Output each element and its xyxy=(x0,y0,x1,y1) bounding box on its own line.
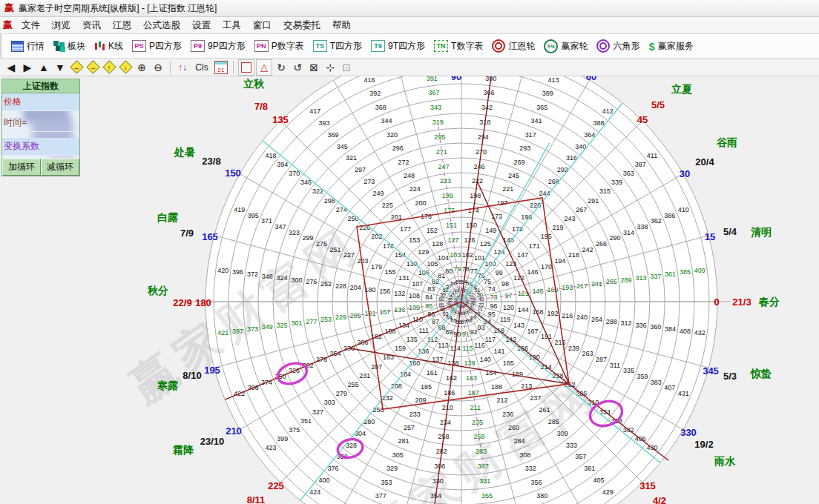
calendar-button[interactable]: 21 xyxy=(214,60,228,75)
9T四方形-button[interactable]: T99T四方形 xyxy=(366,36,430,56)
add-cycle-button[interactable]: 加循环 xyxy=(2,159,41,176)
江恩轮-button[interactable]: 江恩轮 xyxy=(487,36,539,56)
toolbar-label: P数字表 xyxy=(272,40,304,53)
nav-up-button[interactable]: ▲ xyxy=(36,60,51,75)
9P四方形-button[interactable]: P99P四方形 xyxy=(186,36,250,56)
window-title: 赢家老子时空周期系统[纵横版] - [上证指数 江恩轮] xyxy=(19,2,217,15)
square-icon xyxy=(241,62,251,73)
badge-ps-icon: PS xyxy=(132,40,146,52)
toolbar-label: T四方形 xyxy=(330,40,362,53)
hexagon-icon xyxy=(596,39,610,53)
toolbar-label: 赢家服务 xyxy=(658,40,694,53)
toolbar-label: 六角形 xyxy=(613,40,639,53)
menu-item-江恩[interactable]: 江恩 xyxy=(107,19,137,32)
screen-button[interactable]: ⊡ xyxy=(339,60,354,75)
title-bar: 赢 赢家老子时空周期系统[纵横版] - [上证指数 江恩轮] xyxy=(0,0,819,17)
pan-down-button[interactable]: ↓ xyxy=(118,60,133,75)
diamond-up-icon: ↑ xyxy=(102,60,116,73)
blocks-icon xyxy=(53,41,65,51)
badge-ts-icon: TS xyxy=(313,40,327,52)
toolbar-label: 江恩轮 xyxy=(508,40,535,53)
badge-pn-icon: PN xyxy=(254,40,269,52)
toolbar-label: 行情 xyxy=(27,40,45,53)
quote-grid-icon xyxy=(11,41,24,52)
P数字表-button[interactable]: PNP数字表 xyxy=(250,36,309,56)
toolbar-label: 板块 xyxy=(68,40,85,53)
menu-item-窗口[interactable]: 窗口 xyxy=(247,19,277,32)
menu-item-公式选股[interactable]: 公式选股 xyxy=(137,19,186,32)
nav-first-button[interactable]: ◀ xyxy=(4,60,19,75)
price-label: 价格 xyxy=(4,96,22,108)
diamond-left-icon: ← xyxy=(70,60,83,73)
sub-cycle-button[interactable]: 减循环 xyxy=(41,159,79,176)
kline-icon xyxy=(94,41,105,51)
gann-wheel-icon xyxy=(492,39,505,53)
zoom-in-button[interactable]: ⊕ xyxy=(134,60,149,75)
行情-button[interactable]: 行情 xyxy=(7,36,49,56)
menu-item-工具[interactable]: 工具 xyxy=(217,19,247,32)
toolbar-separator xyxy=(233,61,234,74)
app-logo-icon: 赢 xyxy=(3,19,13,32)
wheel-overlays xyxy=(0,76,819,504)
menu-item-帮助[interactable]: 帮助 xyxy=(326,19,357,32)
app-logo-icon: 赢 xyxy=(4,1,14,15)
toolbar-label: 赢家轮 xyxy=(561,40,588,53)
nav-down-button[interactable]: ▼ xyxy=(53,60,68,75)
updown-sort-button[interactable]: ↑↓ xyxy=(175,60,190,75)
menu-item-资讯[interactable]: 资讯 xyxy=(76,19,107,32)
rotate-ccw-button[interactable]: ↺ xyxy=(290,60,305,75)
draw-square-button[interactable] xyxy=(238,59,254,76)
time-label: 时间= xyxy=(4,116,27,129)
toolbar-label: 9T四方形 xyxy=(388,40,425,53)
coefficient-label: 变换系数 xyxy=(4,140,39,153)
toolbar-label: T数字表 xyxy=(451,40,483,53)
gann-wheel-chart[interactable]: 赢家财富网赢家财富网 12345678910111213141516171819… xyxy=(0,76,819,504)
menu-item-浏览[interactable]: 浏览 xyxy=(46,19,76,32)
赢家轮-button[interactable]: Big赢家轮 xyxy=(539,36,592,56)
winner-wheel-icon: Big xyxy=(544,39,558,53)
service-icon: $ xyxy=(648,40,654,53)
P四方形-button[interactable]: PSP四方形 xyxy=(128,36,186,56)
toolbar-label: P四方形 xyxy=(149,40,182,53)
nav-last-button[interactable]: ▶ xyxy=(20,60,35,75)
rotate-cw-button[interactable]: ↻ xyxy=(274,60,289,75)
badge-t9-icon: T9 xyxy=(371,40,385,52)
symbol-title: 上证指数 xyxy=(2,79,79,93)
menu-item-文件[interactable]: 文件 xyxy=(16,19,46,32)
K线-button[interactable]: K线 xyxy=(90,36,128,56)
menu-item-设置[interactable]: 设置 xyxy=(186,19,217,32)
T数字表-button[interactable]: TNT数字表 xyxy=(430,36,487,56)
badge-p9-icon: P9 xyxy=(191,40,205,52)
toolbar-separator xyxy=(170,61,171,74)
boxed-x-button[interactable]: ⊠ xyxy=(306,60,321,75)
T四方形-button[interactable]: TST四方形 xyxy=(309,36,366,56)
main-toolbar: 行情板块K线PSP四方形P99P四方形PNP数字表TST四方形T99T四方形TN… xyxy=(0,34,819,59)
quote-values: 价格 时间= 变换系数 xyxy=(2,93,79,159)
toolbar-label: K线 xyxy=(108,40,123,53)
badge-tn-icon: TN xyxy=(434,40,448,52)
diamond-right-icon: → xyxy=(86,60,99,73)
六角形-button[interactable]: 六角形 xyxy=(592,36,644,56)
drawing-toolbar: ◀ ▶ ▲ ▼ ← → ↑ ↓ ⊕ ⊖ ↑↓ Cls 21 △ ↻ ↺ ⊠ ⊹ … xyxy=(0,59,819,76)
draw-triangle-button[interactable]: △ xyxy=(256,59,272,76)
menu-bar: 赢 文件浏览资讯江恩公式选股设置工具窗口交易委托帮助 xyxy=(0,17,819,34)
cls-button[interactable]: Cls xyxy=(191,60,212,75)
赢家服务-button[interactable]: $赢家服务 xyxy=(644,36,697,56)
triangle-icon: △ xyxy=(260,62,268,73)
pan-up-button[interactable]: ↑ xyxy=(102,60,116,75)
quote-panel: 上证指数 价格 时间= 变换系数 加循环 减循环 xyxy=(1,79,80,176)
menu-item-交易委托[interactable]: 交易委托 xyxy=(277,19,326,32)
pan-right-button[interactable]: → xyxy=(85,60,100,75)
center-cross-button[interactable]: ⊹ xyxy=(323,60,338,75)
板块-button[interactable]: 板块 xyxy=(49,36,90,56)
zoom-out-button[interactable]: ⊖ xyxy=(151,60,165,75)
pan-left-button[interactable]: ← xyxy=(69,60,84,75)
calendar-icon: 21 xyxy=(214,61,228,74)
diamond-down-icon: ↓ xyxy=(119,60,132,73)
toolbar-label: 9P四方形 xyxy=(208,40,246,53)
